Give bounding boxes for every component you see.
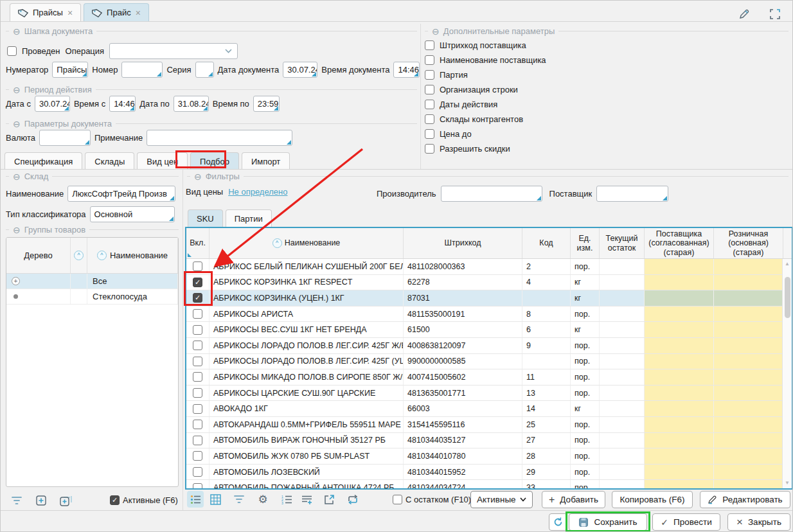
price-supplier-cell[interactable] [645,338,714,353]
date-from-field[interactable]: 30.07.24 [35,96,70,112]
price-retail-cell[interactable] [714,369,783,385]
row-checkbox[interactable] [193,483,202,488]
doc-tab-склады[interactable]: Склады [85,152,134,170]
table-row[interactable]: ✓АБРИКОС КОРЗИНКА (УЦЕН.) 1КГ87031кг [186,290,792,306]
row-cell[interactable]: АБРИКОС БЕЛЫЙ ПЕЛИКАН СУШЕНЫЙ 200Г БЕЛ [209,259,404,274]
settings-gear-icon[interactable]: ⚙ [254,491,271,508]
table-row[interactable]: АБРИКОСЫ ЛОРАДО ПОЛОВ.В ЛЕГ.СИР. 425Г Ж/… [186,338,792,354]
row-checkbox[interactable] [193,451,202,461]
tree-filter-icon[interactable] [8,492,25,509]
collapse-icon[interactable]: ⊖ [13,85,21,94]
row-checkbox[interactable] [193,467,202,477]
refresh-button[interactable] [549,513,567,531]
doc-tab-импорт[interactable]: Импорт [242,152,290,170]
price-supplier-cell[interactable] [645,354,714,369]
row-cell[interactable]: кг [571,322,600,337]
price-supplier-cell[interactable] [645,401,714,416]
active-groups-checkbox[interactable]: ✓ [110,495,120,505]
row-cell[interactable]: 6 [522,322,571,337]
row-check-cell[interactable] [186,401,209,416]
table-row[interactable]: АБРИКОСЫ МИКАДО ПОЛОВ.В СИРОПЕ 850Г Ж/Б4… [186,369,792,386]
row-cell[interactable]: 11 [522,369,571,385]
supplier-field[interactable] [596,186,668,202]
note-field[interactable] [147,130,292,146]
tree-row[interactable]: +Все [6,274,178,289]
row-check-cell[interactable] [186,306,209,322]
tab-close-icon[interactable]: × [67,8,73,17]
window-tab-2[interactable]: Прайс× [84,3,149,21]
row-cell[interactable]: пор. [571,433,600,448]
row-checkbox[interactable] [193,420,202,429]
table-row[interactable]: АВТОМОБИЛЬ ВИРАЖ ГОНОЧНЫЙ 35127 РБ481034… [186,433,792,449]
column-header-0[interactable]: Вкл. [186,228,209,258]
row-cell[interactable]: АБРИКОСЫ ЛОРАДО ПОЛОВ.В ЛЕГ.СИР. 425Г Ж/… [209,338,404,353]
tree-name-cell[interactable]: Стеклопосуда [87,289,178,304]
row-checkbox[interactable]: ✓ [193,293,202,303]
row-cell[interactable]: 29 [522,465,571,480]
row-cell[interactable]: пор. [571,369,600,385]
row-cell[interactable]: 28 [522,448,571,464]
row-check-cell[interactable] [186,369,209,385]
price-retail-cell[interactable] [714,322,783,337]
numerator-field[interactable]: Прайсы [52,62,88,78]
collapse-icon[interactable]: ⊖ [13,172,21,181]
doc-date-field[interactable]: 30.07.24 [283,62,317,78]
price-retail-cell[interactable] [714,354,783,369]
row-cell[interactable]: АБРИКОСЫ ВЕС.СУШ 1КГ НЕТ БРЕНДА [209,322,404,337]
row-cell[interactable]: 2 [522,259,571,274]
row-check-cell[interactable]: ✓ [186,275,209,290]
row-cell[interactable] [600,480,645,488]
additional-param-checkbox[interactable] [425,55,434,65]
row-cell[interactable]: АБРИКОС КОРЗИНКА 1КГ RESPECT [209,275,404,290]
row-checkbox[interactable] [193,388,202,398]
add-row-icon[interactable] [298,491,315,508]
numbered-list-icon[interactable]: 123 [278,491,295,508]
list-tab-партии[interactable]: Партии [226,209,272,227]
doc-tab-вид цен[interactable]: Вид цен [137,152,188,170]
row-checkbox[interactable] [193,372,202,382]
name-column-header[interactable]: ^Наименование [87,238,178,273]
collapse-icon[interactable]: ⊖ [13,226,21,235]
edit-button[interactable]: Редактировать [700,491,790,508]
row-cell[interactable]: 4008638120097 [404,338,522,353]
add-button[interactable]: + Добавить [542,491,605,508]
table-row[interactable]: АВТОМОБИЛЬ ЖУК 0780 РБ SUM-PLAST48103440… [186,448,792,465]
row-checkbox[interactable] [193,357,202,366]
row-check-cell[interactable] [186,433,209,448]
list-view-icon[interactable] [187,491,204,508]
column-header-4[interactable]: Ед. изм. [571,228,600,258]
row-check-cell[interactable] [186,338,209,353]
price-supplier-cell[interactable] [645,448,714,464]
additional-param-checkbox[interactable] [425,144,434,154]
price-supplier-cell[interactable] [645,417,714,432]
doc-tab-подбор[interactable]: Подбор [190,152,239,170]
table-row[interactable]: ✓АБРИКОС КОРЗИНКА 1КГ RESPECT622784кг [186,275,792,291]
row-cell[interactable]: 4 [522,275,571,290]
warehouse-name-field[interactable]: ЛюксСофтТрейд Произв [67,186,175,202]
producer-field[interactable] [441,186,542,202]
additional-param-checkbox[interactable] [425,70,434,80]
doc-time-field[interactable]: 14:46 [393,62,420,78]
row-cell[interactable]: 61500 [404,322,522,337]
row-cell[interactable]: пор. [571,259,600,274]
row-cell[interactable] [600,369,645,385]
row-cell[interactable]: 4007415005602 [404,369,522,385]
tree-node-cell[interactable]: + [6,274,71,288]
reload-icon[interactable] [344,491,361,508]
row-cell[interactable]: пор. [571,448,600,464]
row-cell[interactable]: АВТОМОБИЛЬ ЖУК 0780 РБ SUM-PLAST [209,448,404,464]
time-to-field[interactable]: 23:59 [253,96,280,112]
row-check-cell[interactable] [186,386,209,401]
scroll-up-icon[interactable]: ▲ [785,262,790,267]
row-cell[interactable]: 9900000000585 [404,354,522,369]
row-cell[interactable]: 4810344015952 [404,465,522,480]
table-row[interactable]: АБРИКОСЫ АРИСТА48115350001918пор. [186,306,792,323]
row-checkbox[interactable] [193,262,202,271]
row-cell[interactable]: 4810344034724 [404,480,522,488]
row-cell[interactable]: 9 [522,338,571,353]
price-supplier-cell[interactable] [645,386,714,401]
add-subgroup-icon[interactable] [57,492,74,509]
row-cell[interactable] [600,338,645,353]
column-header-7[interactable]: Розничная (основная) (старая) [714,228,783,258]
price-retail-cell[interactable] [714,275,783,290]
